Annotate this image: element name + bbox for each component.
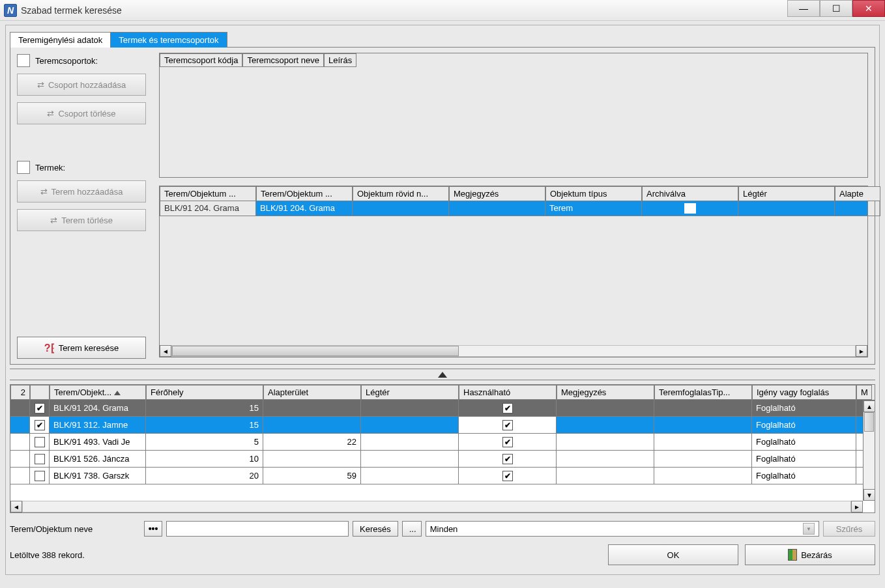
table-row[interactable]: BLK/91 738. Garszk2059✔Foglalható (10, 468, 875, 484)
del-icon: ⇄ (47, 109, 54, 119)
usable-checkbox[interactable]: ✔ (502, 420, 513, 430)
dropdown-icon: ▼ (803, 523, 815, 535)
collapse-up-icon (438, 372, 447, 378)
col-room-obj1[interactable]: Terem/Objektum ... (160, 186, 256, 201)
row-checkbox[interactable]: ✔ (35, 403, 45, 413)
table-row[interactable]: BLK/91 526. Jáncza10✔Foglalható (10, 451, 875, 468)
app-window: N Szabad termek keresése — ☐ ✕ Teremigén… (0, 0, 885, 588)
filter-combo[interactable]: Minden ▼ (426, 521, 819, 537)
scroll-up-icon[interactable]: ▲ (863, 400, 875, 412)
footer-row: Letöltve 388 rekord. OK Bezárás (10, 544, 875, 565)
results-table: 2 Terem/Objekt... Férőhely Alapterület L… (10, 384, 875, 513)
usable-checkbox[interactable]: ✔ (502, 403, 513, 413)
close-button[interactable]: ✕ (852, 0, 885, 17)
window-controls: — ☐ ✕ (787, 0, 885, 17)
results-hscroll[interactable]: ◄ ► (10, 501, 863, 512)
col-area[interactable]: Alapte (835, 186, 880, 201)
usable-checkbox[interactable]: ✔ (502, 454, 513, 464)
table-row[interactable]: BLK/91 493. Vadi Je522✔Foglalható (10, 434, 875, 451)
scroll-track[interactable] (22, 501, 851, 512)
scroll-track[interactable] (171, 345, 856, 357)
maximize-button[interactable]: ☐ (820, 0, 852, 17)
col-count[interactable]: 2 (10, 385, 30, 400)
col-group-name[interactable]: Teremcsoport neve (242, 53, 324, 67)
scroll-thumb[interactable] (172, 346, 459, 356)
add-room-button: ⇄ Terem hozzáadása (17, 180, 146, 203)
col-capacity[interactable]: Férőhely (146, 385, 263, 400)
ok-button[interactable]: OK (608, 544, 738, 565)
search-row: Terem/Objektum neve ••• Keresés ... Mind… (10, 521, 875, 537)
tab-panel: Teremcsoportok: ⇄ Csoport hozzáadása ⇄ C… (10, 47, 875, 365)
main-area: Teremigénylési adatok Termek és teremcso… (5, 25, 880, 575)
window-title: Szabad termek keresése (21, 5, 122, 16)
col-obj-short[interactable]: Objektum rövid n... (353, 186, 449, 201)
col-archived[interactable]: Archiválva (642, 186, 738, 201)
tab-rooms-groups[interactable]: Termek és teremcsoportok (110, 32, 227, 48)
col-name[interactable]: Terem/Objekt... (50, 385, 146, 400)
table-row[interactable]: ✔BLK/91 204. Grama15✔Foglalható (10, 400, 875, 417)
col-note[interactable]: Megjegyzés (557, 385, 654, 400)
rooms-table: Terem/Objektum ... Terem/Objektum ... Ob… (159, 186, 868, 357)
combo-value: Minden (430, 524, 458, 534)
mask-button[interactable]: ••• (144, 521, 162, 537)
add-icon: ⇄ (40, 187, 48, 197)
col-airspace[interactable]: Légtér (361, 385, 459, 400)
door-icon (788, 549, 797, 561)
rooms-checkbox[interactable] (17, 161, 30, 174)
col-airspace[interactable]: Légtér (738, 186, 835, 201)
title-bar: N Szabad termek keresése — ☐ ✕ (0, 0, 885, 21)
search-room-button[interactable]: ?⁅ Terem keresése (17, 337, 146, 359)
add-icon: ⇄ (37, 80, 44, 90)
search-field-label: Terem/Objektum neve (10, 524, 140, 534)
scroll-left-icon[interactable]: ◄ (10, 501, 22, 512)
search-button[interactable]: Keresés (353, 521, 398, 537)
col-note[interactable]: Megjegyzés (449, 186, 545, 201)
col-check[interactable] (30, 385, 50, 400)
filter-button: Szűrés (823, 521, 875, 537)
usable-checkbox[interactable]: ✔ (502, 437, 513, 447)
row-checkbox[interactable] (35, 437, 45, 447)
results-vscroll[interactable]: ▲ ▼ (863, 400, 875, 501)
side-panel: Teremcsoportok: ⇄ Csoport hozzáadása ⇄ C… (17, 54, 154, 238)
col-obj-type[interactable]: Objektum típus (545, 186, 642, 201)
scroll-right-icon[interactable]: ► (851, 501, 863, 512)
col-booking-type[interactable]: TeremfoglalasTip... (654, 385, 752, 400)
col-usable[interactable]: Használható (459, 385, 557, 400)
col-req-booking[interactable]: Igény vagy foglalás (752, 385, 856, 400)
table-row[interactable]: ✔BLK/91 312. Jamne15✔Foglalható (10, 417, 875, 434)
col-room-obj2[interactable]: Terem/Objektum ... (256, 186, 353, 201)
close-dialog-button[interactable]: Bezárás (745, 544, 875, 565)
rooms-hscroll[interactable]: ◄ ► (160, 345, 867, 357)
delete-room-button: ⇄ Terem törlése (17, 209, 146, 231)
row-checkbox[interactable]: ✔ (35, 420, 45, 430)
search-input[interactable] (166, 521, 349, 537)
groups-checkbox-row: Teremcsoportok: (17, 54, 154, 67)
results-header: 2 Terem/Objekt... Férőhely Alapterület L… (10, 385, 875, 400)
room-row[interactable]: BLK/91 204. Grama BLK/91 204. Grama Tere… (160, 201, 867, 216)
archived-box (684, 203, 696, 214)
panel-splitter[interactable] (10, 369, 875, 380)
groups-table: Teremcsoport kódja Teremcsoport neve Leí… (159, 53, 868, 178)
col-m[interactable]: M (856, 385, 872, 400)
minimize-button[interactable]: — (787, 0, 820, 17)
more-button[interactable]: ... (402, 521, 422, 537)
rooms-table-header: Terem/Objektum ... Terem/Objektum ... Ob… (160, 186, 867, 201)
col-area[interactable]: Alapterület (263, 385, 361, 400)
app-icon: N (4, 4, 17, 17)
usable-checkbox[interactable]: ✔ (502, 471, 513, 481)
col-group-code[interactable]: Teremcsoport kódja (160, 53, 242, 67)
row-checkbox[interactable] (35, 454, 45, 464)
col-group-desc[interactable]: Leírás (324, 53, 356, 67)
add-group-button: ⇄ Csoport hozzáadása (17, 74, 146, 96)
scroll-down-icon[interactable]: ▼ (863, 489, 875, 501)
groups-checkbox[interactable] (17, 54, 30, 67)
tab-request-data[interactable]: Teremigénylési adatok (10, 32, 111, 48)
scroll-thumb[interactable] (864, 412, 874, 432)
row-checkbox[interactable] (35, 471, 45, 481)
scroll-left-icon[interactable]: ◄ (160, 345, 171, 357)
footer-buttons: OK Bezárás (608, 544, 875, 565)
delete-group-button: ⇄ Csoport törlése (17, 102, 146, 124)
rooms-checkbox-row: Termek: (17, 161, 154, 174)
status-text: Letöltve 388 rekord. (10, 550, 85, 560)
scroll-right-icon[interactable]: ► (856, 345, 867, 357)
